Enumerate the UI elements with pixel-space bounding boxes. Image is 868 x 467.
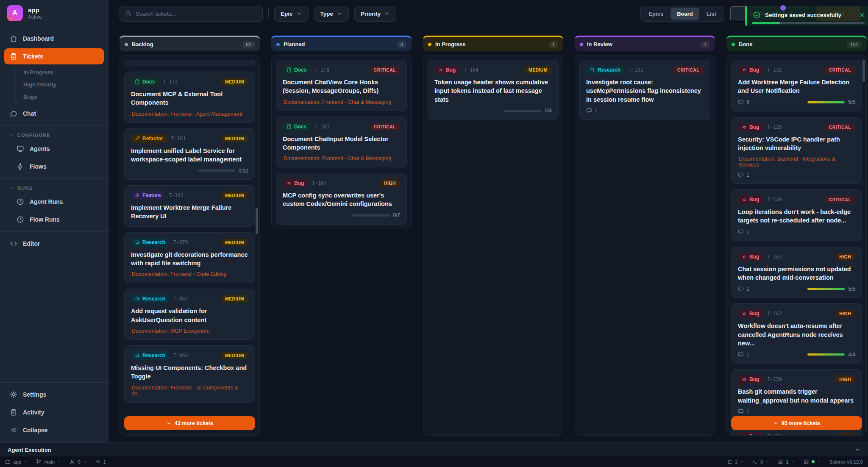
runs-status[interactable]: 1 xyxy=(95,459,106,464)
ticket-card[interactable]: Research T-064 MEDIUM Missing UI Compone… xyxy=(124,345,255,403)
column-header[interactable]: In Review 1 xyxy=(575,36,715,51)
sidebar-item-agents[interactable]: Agents xyxy=(11,141,104,157)
priority-badge: MEDIUM xyxy=(524,66,552,74)
ticket-card[interactable]: Research T-070 MEDIUM Investigate git de… xyxy=(124,232,255,284)
subnav-high-priority[interactable]: High Priority xyxy=(15,78,108,91)
ticket-card[interactable]: Bug T-125 CRITICAL Security: VSCode IPC … xyxy=(731,117,862,184)
ticket-card[interactable]: Research T-067 MEDIUM Add request valida… xyxy=(124,289,255,340)
agents-status[interactable]: 0 xyxy=(70,459,86,464)
column-count: 101 xyxy=(847,41,862,48)
search-icon xyxy=(590,67,595,72)
file-icon xyxy=(135,79,140,84)
ticket-card[interactable]: Docs T-172 MEDIUM Document MCP & Externa… xyxy=(124,72,255,123)
scrollbar-thumb[interactable] xyxy=(256,208,258,234)
column-header[interactable]: In Progress 1 xyxy=(423,36,563,51)
search-input[interactable] xyxy=(136,11,257,17)
sidebar-item-agent-runs[interactable]: Agent Runs xyxy=(11,194,104,210)
notifications-status[interactable]: 1 xyxy=(727,459,744,464)
search-icon xyxy=(135,240,140,245)
type-badge: Docs xyxy=(283,122,310,131)
ticket-id: T-125 xyxy=(767,124,782,130)
column-header[interactable]: Backlog 82 xyxy=(120,36,260,51)
scrollbar-thumb[interactable] xyxy=(862,60,865,82)
close-icon[interactable] xyxy=(859,12,865,18)
sidebar-item-flow-runs[interactable]: Flow Runs xyxy=(11,211,104,228)
services-status[interactable]: 1 xyxy=(778,459,795,464)
ticket-card[interactable]: Bug T-159 HIGH Bash git commands trigger… xyxy=(731,369,862,421)
section-runs[interactable]: RUNS xyxy=(0,182,108,193)
comment-icon xyxy=(586,108,592,114)
chevron-down-icon xyxy=(296,11,302,17)
ticket-card[interactable]: Bug T-163 HIGH Chat session permissions … xyxy=(731,247,862,298)
column-dot xyxy=(580,43,583,46)
folder-icon xyxy=(5,459,11,464)
type-badge: Bug xyxy=(738,195,763,204)
ticket-card[interactable]: Bug T-162 HIGH Workflow doesn't auto-res… xyxy=(731,303,862,364)
apps-status[interactable] xyxy=(804,459,821,464)
epic-filter-button[interactable]: Epic xyxy=(274,6,309,22)
ticket-card[interactable]: Research T-131 CRITICAL Investigate root… xyxy=(579,60,710,120)
workspace-header[interactable]: A app Active xyxy=(0,0,108,26)
sidebar-item-label: Flows xyxy=(30,163,47,170)
ticket-id: T-132 xyxy=(767,67,782,73)
column-header[interactable]: Done 101 xyxy=(726,36,867,51)
more-tickets-button[interactable]: 43 more tickets xyxy=(124,416,255,430)
column-count: 1 xyxy=(701,41,710,48)
search-box[interactable] xyxy=(120,6,263,22)
priority-badge: MEDIUM xyxy=(221,135,248,142)
branch-selector[interactable]: main xyxy=(36,459,61,464)
ticket-card[interactable]: Feature T-142 MEDIUM Implement Worktree … xyxy=(124,185,255,227)
view-epics[interactable]: Epics xyxy=(642,8,670,20)
status-bar: app main 0 1 1 0 xyxy=(0,456,868,467)
bug-icon xyxy=(742,125,747,130)
sidebar-collapse-button[interactable]: Collapse xyxy=(4,422,104,438)
chevron-up-icon[interactable] xyxy=(854,447,860,453)
view-board[interactable]: Board xyxy=(670,8,699,20)
ticket-card[interactable]: Bug T-164 MEDIUM Token usage header show… xyxy=(428,60,559,120)
chevron-down-icon xyxy=(817,460,821,464)
bug-icon xyxy=(742,377,747,382)
subnav-bugs[interactable]: Bugs xyxy=(15,91,108,103)
view-list[interactable]: List xyxy=(700,8,723,20)
wrench-icon xyxy=(135,136,140,141)
sidebar-item-settings[interactable]: Settings xyxy=(4,386,104,403)
agent-execution-bar[interactable]: Agent Execution xyxy=(0,442,868,456)
ticket-card[interactable]: Bug T-140 CRITICAL Loop iterations don't… xyxy=(731,189,862,241)
ticket-card[interactable]: Bug T-132 CRITICAL Add Worktree Merge Fa… xyxy=(731,60,862,111)
sidebar-item-editor[interactable]: Editor xyxy=(4,236,104,252)
ticket-id: T-070 xyxy=(173,239,188,245)
ticket-card[interactable]: Bug T-167 HIGH MCP config sync overwrite… xyxy=(276,173,407,225)
toast-message: Settings saved successfully xyxy=(765,12,855,18)
terminal-status[interactable]: 0 xyxy=(752,459,769,464)
sidebar-item-flows[interactable]: Flows xyxy=(11,158,104,175)
section-configure[interactable]: CONFIGURE xyxy=(0,129,108,140)
type-badge: Bug xyxy=(738,375,763,384)
ticket-id: T-158 xyxy=(767,434,782,436)
column-dot xyxy=(732,43,735,46)
priority-filter-button[interactable]: Priority xyxy=(354,6,396,22)
ticket-card-partial[interactable] xyxy=(124,60,255,66)
more-tickets-button[interactable]: 95 more tickets xyxy=(731,416,862,430)
subnav-in-progress[interactable]: In Progress xyxy=(15,66,108,78)
sidebar-item-chat[interactable]: Chat xyxy=(4,106,104,122)
ticket-card[interactable]: Docs T-183 CRITICAL Document ChatInput M… xyxy=(276,117,407,168)
type-badge: Feature xyxy=(131,191,164,200)
bug-icon xyxy=(742,434,747,436)
ticket-card[interactable]: Refactor T-161 MEDIUM Implement unified … xyxy=(124,128,255,180)
priority-badge: CRITICAL xyxy=(673,66,704,74)
sidebar-item-activity[interactable]: Activity xyxy=(4,404,104,420)
column-header[interactable]: Planned 3 xyxy=(271,36,412,51)
ticket-title: Investigate git decorations performance … xyxy=(131,250,248,268)
type-filter-button[interactable]: Type xyxy=(314,6,349,22)
column-name: In Progress xyxy=(435,41,466,47)
bug-icon xyxy=(742,254,747,259)
workspace-selector[interactable]: app xyxy=(5,459,28,464)
chevron-down-icon xyxy=(166,420,172,426)
ticket-card[interactable]: Docs T-178 CRITICAL Document ChatView Co… xyxy=(276,60,407,111)
sidebar-item-tickets[interactable]: Tickets xyxy=(4,48,104,64)
ticket-title: Bash git commands trigger waiting_approv… xyxy=(738,387,855,405)
ticket-title: MCP config sync overwrites user's custom… xyxy=(283,191,400,208)
type-badge: Bug xyxy=(738,309,763,318)
sidebar-item-dashboard[interactable]: Dashboard xyxy=(4,31,104,47)
sidebar-item-label: Chat xyxy=(23,110,36,117)
